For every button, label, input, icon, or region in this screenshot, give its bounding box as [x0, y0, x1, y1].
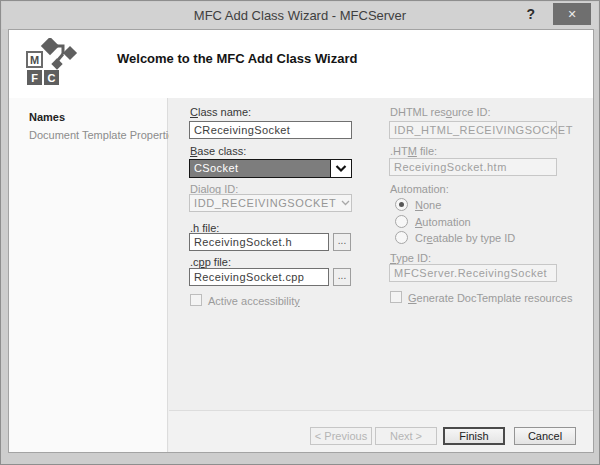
sidebar-item-names[interactable]: Names: [29, 111, 65, 123]
generate-doctemplate-checkbox: [390, 291, 402, 303]
class-name-label: Class name:: [190, 106, 251, 118]
cpp-file-label: .cpp file:: [190, 256, 231, 268]
active-accessibility-label: Active accessibility: [208, 295, 300, 307]
htm-file-input: ReceivingSocket.htm: [389, 158, 557, 176]
page-title: Welcome to the MFC Add Class Wizard: [117, 51, 357, 66]
h-file-input[interactable]: ReceivingSocket.h: [189, 233, 329, 251]
cancel-button[interactable]: Cancel: [514, 427, 576, 445]
window-title: MFC Add Class Wizard - MFCServer: [194, 8, 406, 23]
class-name-input[interactable]: CReceivingSocket: [189, 121, 352, 139]
button-strip: < Previous Next > Finish Cancel: [169, 410, 593, 452]
wizard-dialog: MFC Add Class Wizard - MFCServer ? ✕ M F…: [0, 0, 600, 465]
close-button[interactable]: ✕: [553, 3, 591, 25]
close-icon: ✕: [567, 8, 576, 21]
radio-automation: [395, 215, 408, 228]
dialog-id-combo: IDD_RECEIVINGSOCKET: [189, 194, 352, 212]
finish-button[interactable]: Finish: [443, 427, 505, 445]
dhtml-resource-id-label: DHTML resource ID:: [390, 106, 490, 118]
base-class-label: Base class:: [190, 145, 246, 157]
form-area: Class name: CReceivingSocket Base class:…: [169, 98, 593, 410]
dialog-content: M F C Welcome to the MFC Add Class Wizar…: [8, 29, 594, 453]
radio-creatable-by-type-id: [395, 231, 408, 244]
active-accessibility-checkbox: [190, 294, 202, 306]
chevron-down-icon[interactable]: [330, 160, 351, 177]
titlebar[interactable]: MFC Add Class Wizard - MFCServer ? ✕: [2, 2, 598, 29]
mfc-logo: M F C: [24, 38, 90, 92]
svg-text:C: C: [48, 72, 56, 84]
type-id-label: Type ID:: [390, 252, 431, 264]
dhtml-resource-id-input: IDR_HTML_RECEIVINGSOCKET: [389, 121, 557, 139]
chevron-down-disabled-icon: [340, 195, 351, 211]
cpp-file-input[interactable]: ReceivingSocket.cpp: [189, 268, 329, 286]
next-button: Next >: [375, 427, 437, 445]
radio-automation-label: Automation: [415, 216, 471, 228]
dialog-id-value: IDD_RECEIVINGSOCKET: [190, 195, 340, 211]
cpp-file-browse-button[interactable]: ...: [333, 268, 351, 286]
wizard-header: M F C Welcome to the MFC Add Class Wizar…: [9, 30, 593, 98]
radio-none: [395, 198, 408, 211]
h-file-browse-button[interactable]: ...: [333, 233, 351, 251]
svg-text:F: F: [31, 72, 38, 84]
sidebar: Names Document Template Properties: [9, 98, 168, 452]
type-id-input: MFCServer.ReceivingSocket: [389, 264, 557, 282]
mfc-logo-icon: M F C: [24, 38, 90, 88]
generate-doctemplate-label: Generate DocTemplate resources: [408, 292, 572, 304]
base-class-combo[interactable]: CSocket: [189, 159, 352, 178]
svg-text:M: M: [30, 54, 39, 66]
sidebar-item-document-template-properties[interactable]: Document Template Properties: [29, 129, 180, 141]
htm-file-label: .HTM file:: [390, 145, 437, 157]
automation-group-label: Automation:: [390, 183, 449, 195]
radio-dot-icon: [399, 202, 404, 207]
previous-button: < Previous: [310, 427, 372, 445]
help-icon[interactable]: ?: [526, 6, 535, 22]
base-class-value: CSocket: [190, 160, 330, 177]
radio-none-label: None: [415, 199, 441, 211]
radio-creatable-label: Creatable by type ID: [415, 232, 515, 244]
